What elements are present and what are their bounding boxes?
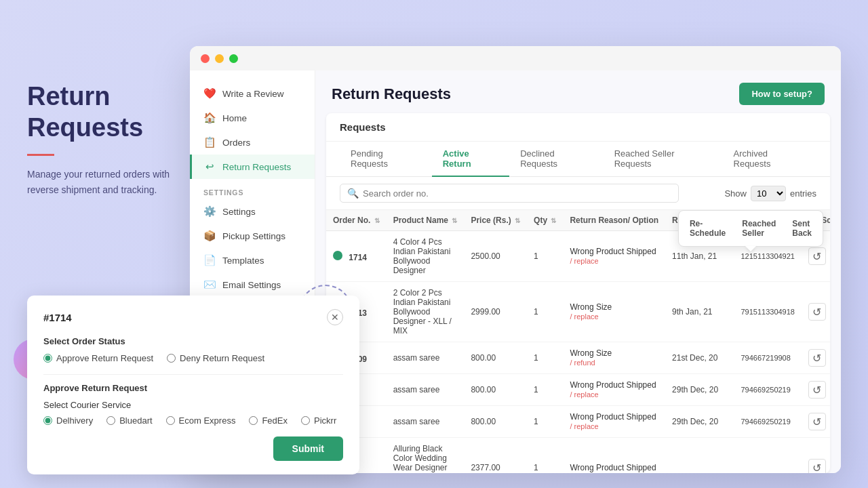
cell-reason: Wrong Product Shipped / replace <box>563 231 665 282</box>
reschedule-icon[interactable]: ↺ <box>808 381 826 399</box>
title-underline <box>27 154 54 156</box>
courier-bluedart[interactable]: Bluedart <box>106 415 152 426</box>
main-header: Return Requests How to setup? <box>315 70 841 113</box>
reason-text: Wrong Product Shipped <box>570 380 656 390</box>
search-box: 🔍 <box>340 184 679 203</box>
courier-radio-group: Delhivery Bluedart Ecom Express FedEx Pi… <box>43 415 343 426</box>
entries-select[interactable]: 10 25 50 100 <box>751 186 786 201</box>
cell-track: 7915113304918 <box>734 282 802 342</box>
delhivery-label: Delhivery <box>56 415 93 426</box>
tab-reached-seller[interactable]: Reached Seller Requests <box>604 142 723 177</box>
sidebar-item-pickup-settings[interactable]: 📦 Pickup Settings <box>190 224 315 248</box>
page-hero-title: ReturnRequests <box>27 81 176 143</box>
deny-radio-item[interactable]: Deny Return Request <box>167 353 264 363</box>
tooltip-reached-seller-label: ReachedSeller <box>742 219 776 238</box>
search-input[interactable] <box>363 188 671 199</box>
col-product-name: Product Name ⇅ <box>387 210 465 231</box>
courier-label: Select Courier Service <box>43 400 343 410</box>
traffic-light-yellow[interactable] <box>215 54 224 63</box>
cell-date: 29th Dec, 20 <box>665 374 734 406</box>
select-order-status-label: Select Order Status <box>43 336 343 346</box>
ecom-radio[interactable] <box>166 416 175 425</box>
modal-header: #1714 ✕ <box>43 309 343 325</box>
cell-price: 2999.00 <box>464 282 527 342</box>
traffic-light-green[interactable] <box>229 54 238 63</box>
tooltip-reschedule: Re-Schedule <box>690 219 726 238</box>
templates-icon: 📄 <box>203 254 216 266</box>
approve-radio-item[interactable]: Approve Return Request <box>43 353 153 363</box>
tab-active-return[interactable]: Active Return <box>432 142 509 177</box>
tooltip-sent-back: SentBack <box>792 219 812 238</box>
reason-text: Wrong Product Shipped <box>570 412 656 422</box>
courier-delhivery[interactable]: Delhivery <box>43 415 93 426</box>
cell-track: 794667219908 <box>734 342 802 374</box>
cell-reschedule: ↺ <box>802 406 830 438</box>
ecom-label: Ecom Express <box>179 415 236 426</box>
col-price: Price (Rs.) ⇅ <box>464 210 527 231</box>
col-order-no: Order No. ⇅ <box>326 210 387 231</box>
search-icon: 🔍 <box>347 188 359 199</box>
bluedart-radio[interactable] <box>106 416 115 425</box>
cell-track <box>734 438 802 474</box>
sidebar-item-settings[interactable]: ⚙️ Settings <box>190 199 315 224</box>
deny-radio[interactable] <box>167 354 176 363</box>
entries-suffix: entries <box>790 188 816 199</box>
col-qty: Qty ⇅ <box>527 210 563 231</box>
bluedart-label: Bluedart <box>119 415 152 426</box>
settings-label: Settings <box>222 207 256 217</box>
reason-text: Wrong Size <box>570 302 612 312</box>
courier-pickrr[interactable]: Pickrr <box>301 415 336 426</box>
delhivery-radio[interactable] <box>43 416 52 425</box>
reschedule-icon[interactable]: ↺ <box>808 459 826 473</box>
cell-reason: Wrong Product Shipped <box>563 438 665 474</box>
order-status-radio-group: Approve Return Request Deny Return Reque… <box>43 353 343 363</box>
cell-qty: 1 <box>527 374 563 406</box>
how-to-button[interactable]: How to setup? <box>739 83 825 105</box>
cell-qty: 1 <box>527 282 563 342</box>
reschedule-icon[interactable]: ↺ <box>808 413 826 430</box>
tab-archived[interactable]: Archived Requests <box>723 142 816 177</box>
sidebar-item-email-settings[interactable]: ✉️ Email Settings <box>190 272 315 297</box>
cell-qty: 1 <box>527 342 563 374</box>
pickrr-radio[interactable] <box>301 416 310 425</box>
table-row: 1709 assam saree 800.00 1 Wrong Size / r… <box>326 342 830 374</box>
sidebar-item-orders[interactable]: 📋 Orders <box>190 130 315 155</box>
requests-card-header: Requests <box>326 113 830 142</box>
cell-reschedule: ↺ <box>802 374 830 406</box>
tab-pending[interactable]: Pending Requests <box>340 142 432 177</box>
tabs-row: Pending Requests Active Return Declined … <box>326 142 830 177</box>
approve-section-title: Approve Return Request <box>43 383 343 393</box>
sidebar-item-return-requests[interactable]: ↩ Return Requests <box>190 155 315 179</box>
traffic-light-red[interactable] <box>201 54 210 63</box>
tooltip-arrow <box>745 246 756 251</box>
pickrr-label: Pickrr <box>314 415 336 426</box>
reschedule-icon[interactable]: ↺ <box>808 349 826 367</box>
cell-price: 2377.00 <box>464 438 527 474</box>
hero-description: Manage your returned orders with reverse… <box>27 167 176 197</box>
cell-date: 29th Dec, 20 <box>665 406 734 438</box>
sidebar-item-templates[interactable]: 📄 Templates <box>190 248 315 272</box>
cell-qty: 1 <box>527 231 563 282</box>
write-review-label: Write a Review <box>222 89 284 99</box>
sidebar-item-home[interactable]: 🏠 Home <box>190 106 315 130</box>
approve-radio[interactable] <box>43 354 52 363</box>
courier-fedex[interactable]: FedEx <box>249 415 288 426</box>
tab-declined[interactable]: Declined Requests <box>509 142 603 177</box>
fedex-radio[interactable] <box>249 416 258 425</box>
courier-ecom[interactable]: Ecom Express <box>166 415 236 426</box>
cell-reschedule: ↺ <box>802 438 830 474</box>
email-icon: ✉️ <box>203 279 216 291</box>
col-reason: Return Reason/ Option <box>563 210 665 231</box>
modal-divider <box>43 374 343 375</box>
pickup-icon: 📦 <box>203 230 216 242</box>
cell-product-name: assam saree <box>387 342 465 374</box>
reschedule-icon[interactable]: ↺ <box>808 303 826 321</box>
cell-reason: Wrong Product Shipped / replace <box>563 374 665 406</box>
submit-button[interactable]: Submit <box>273 436 343 461</box>
sidebar-item-write-review[interactable]: ❤️ Write a Review <box>190 81 315 106</box>
table-row: assam saree 800.00 1 Wrong Product Shipp… <box>326 374 830 406</box>
reschedule-icon[interactable]: ↺ <box>808 247 826 265</box>
modal-close-button[interactable]: ✕ <box>327 309 343 325</box>
cell-reason: Wrong Size / refund <box>563 342 665 374</box>
cell-price: 2500.00 <box>464 231 527 282</box>
